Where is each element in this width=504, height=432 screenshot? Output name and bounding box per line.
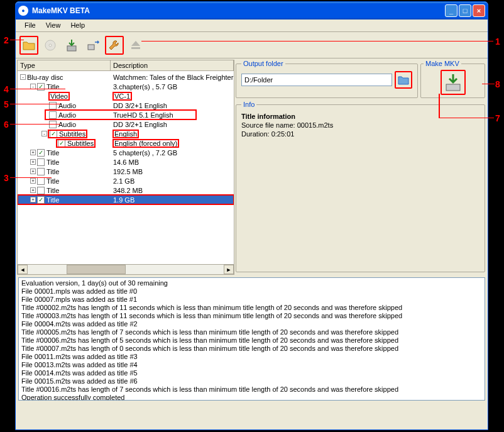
output-legend: Output folder <box>241 60 285 67</box>
horizontal-scrollbar[interactable]: ◄ ► <box>18 264 234 274</box>
save-arrow-icon <box>444 73 463 92</box>
log-line: Evaluation version, 1 day(s) out of 30 r… <box>21 279 482 287</box>
close-button[interactable]: × <box>473 4 485 17</box>
column-type[interactable]: Type <box>18 60 111 70</box>
log-line: Operation successfully completed <box>21 394 482 401</box>
checkbox[interactable] <box>37 149 45 157</box>
make-legend: Make MKV <box>424 60 461 67</box>
checkbox[interactable] <box>37 177 45 185</box>
settings-button[interactable] <box>105 36 124 55</box>
tree-row-title-6-selected[interactable]: +Title 1.9 GB <box>18 195 234 204</box>
tree-row-sub-1[interactable]: -Subtitles English <box>18 129 234 138</box>
checkbox[interactable] <box>37 196 45 204</box>
checkbox[interactable] <box>37 83 45 91</box>
callout-2: 2 <box>4 35 9 45</box>
expand-icon[interactable]: + <box>30 178 36 184</box>
titlebar[interactable]: ● MakeMKV BETA _ □ × <box>16 2 488 19</box>
save-down-icon <box>65 38 79 52</box>
tree-row-title-0[interactable]: -Title 3.chapter(s) , 5.7 GB <box>18 82 234 91</box>
checkbox[interactable] <box>37 168 45 175</box>
backup-button[interactable] <box>84 36 102 55</box>
checkbox[interactable] <box>49 102 57 109</box>
callout-4: 4 <box>4 84 9 94</box>
checkbox[interactable] <box>58 140 65 147</box>
collapse-icon[interactable]: - <box>41 131 47 136</box>
browse-folder-button[interactable] <box>395 71 412 89</box>
scroll-track[interactable] <box>28 265 224 274</box>
tree-row-title-3[interactable]: +Title 192.5 MB <box>18 167 234 176</box>
log-line: Title #00002.m2ts has length of 11 secon… <box>21 304 482 312</box>
make-mkv-button[interactable] <box>441 70 466 95</box>
tree-row-video[interactable]: Video VC-1 <box>18 91 234 101</box>
menubar: File View Help <box>16 19 488 32</box>
checkbox[interactable] <box>37 158 45 166</box>
checkbox[interactable] <box>49 121 57 128</box>
folder-open-icon <box>397 74 410 86</box>
make-mkv-group: Make MKV <box>420 60 485 98</box>
checkbox[interactable] <box>37 187 45 194</box>
eject-icon <box>129 38 143 52</box>
folder-icon <box>22 38 36 52</box>
tree-row-title-1[interactable]: +Title 5 chapter(s) , 7.2 GB <box>18 148 234 157</box>
app-icon: ● <box>18 6 28 16</box>
log-line: File 00014.m2ts was added as title #5 <box>21 369 482 377</box>
wrench-icon <box>107 38 121 52</box>
tree-row-audio-2[interactable]: Audio TrueHD 5.1 English <box>45 110 196 119</box>
info-source: Source file name: 00015.m2ts <box>241 121 479 130</box>
tree-row-root[interactable]: -Blu-ray disc Watchmen: Tales of the Bla… <box>18 72 234 82</box>
info-title: Title information <box>241 112 479 121</box>
log-line: File 00011.m2ts was added as title #3 <box>21 353 482 361</box>
callout-5: 5 <box>4 99 9 109</box>
menu-help[interactable]: Help <box>65 19 90 31</box>
eject-button[interactable] <box>126 36 145 55</box>
tree-row-title-4[interactable]: +Title 2.1 GB <box>18 176 234 186</box>
application-window: ● MakeMKV BETA _ □ × File View Help <box>15 1 488 430</box>
menu-view[interactable]: View <box>41 19 66 31</box>
output-path-input[interactable] <box>241 74 392 86</box>
save-button[interactable] <box>62 36 81 55</box>
column-description[interactable]: Description <box>111 60 234 70</box>
tree-header: Type Description <box>18 60 234 71</box>
open-file-button[interactable] <box>19 36 38 55</box>
log-line: File 00007.mpls was added as title #1 <box>21 296 482 304</box>
expand-icon[interactable]: + <box>30 169 36 174</box>
desc-label: Watchmen: Tales of the Black Freighter <box>113 74 234 81</box>
log-line: Title #00003.m2ts has length of 11 secon… <box>21 312 482 320</box>
callout-8: 8 <box>495 79 500 89</box>
expand-icon[interactable]: + <box>30 159 36 165</box>
scroll-left-icon[interactable]: ◄ <box>18 265 28 274</box>
minimize-button[interactable]: _ <box>445 4 457 17</box>
checkbox[interactable] <box>50 130 57 138</box>
callout-6: 6 <box>4 119 9 130</box>
open-disc-button[interactable] <box>41 36 60 55</box>
svg-rect-4 <box>446 84 460 91</box>
tree-row-title-5[interactable]: +Title 348.2 MB <box>18 186 234 195</box>
log-line: File 00015.m2ts was added as title #6 <box>21 377 482 385</box>
log-line: Title #00016.m2ts has length of 7 second… <box>21 385 482 394</box>
drive-arrow-icon <box>86 38 100 52</box>
log-line: File 00004.m2ts was added as title #2 <box>21 320 482 328</box>
svg-rect-3 <box>88 45 94 50</box>
info-group: Info Title information Source file name:… <box>236 101 485 272</box>
output-folder-group: Output folder <box>236 60 418 98</box>
tree[interactable]: -Blu-ray disc Watchmen: Tales of the Bla… <box>18 71 234 264</box>
tree-row-audio-3[interactable]: Audio DD 3/2+1 English <box>18 119 234 129</box>
tree-row-sub-2[interactable]: Subtitles English (forced only) <box>18 138 234 148</box>
tree-row-title-2[interactable]: +Title 14.6 MB <box>18 157 234 167</box>
scroll-right-icon[interactable]: ► <box>224 265 234 274</box>
menu-file[interactable]: File <box>19 19 41 31</box>
expand-icon[interactable]: + <box>30 187 36 193</box>
expand-icon[interactable]: + <box>30 150 36 155</box>
expand-icon[interactable]: + <box>30 197 36 202</box>
collapse-icon[interactable]: - <box>20 74 26 80</box>
scroll-thumb[interactable] <box>67 265 126 274</box>
log-line: File 00001.mpls was added as title #0 <box>21 287 482 296</box>
log-panel[interactable]: Evaluation version, 1 day(s) out of 30 r… <box>18 277 485 401</box>
checkbox[interactable] <box>49 111 57 119</box>
log-line: Title #00007.m2ts has length of 0 second… <box>21 345 482 353</box>
tree-row-audio-1[interactable]: Audio DD 3/2+1 English <box>18 101 234 110</box>
svg-point-1 <box>49 44 52 47</box>
log-line: Title #00006.m2ts has length of 5 second… <box>21 336 482 345</box>
maximize-button[interactable]: □ <box>459 4 471 17</box>
collapse-icon[interactable]: - <box>30 84 36 89</box>
